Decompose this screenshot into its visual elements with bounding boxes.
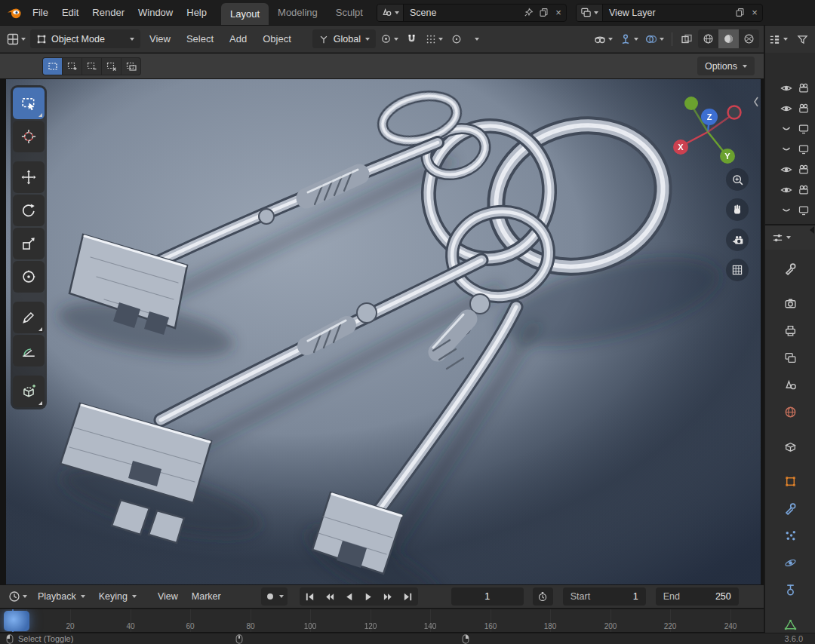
shading-solid-button[interactable] (718, 29, 739, 48)
disable-render-toggle camera-icon[interactable] (798, 164, 810, 176)
collapse-toggle chevron-down-icon[interactable] (780, 204, 792, 216)
start-frame-field[interactable]: Start 1 (563, 587, 646, 606)
properties-tab-modifiers[interactable] (774, 497, 806, 520)
timeline-ruler[interactable]: 20 40 60 80 100 120 140 160 180 200 220 … (0, 609, 764, 632)
tool-select-box[interactable] (13, 87, 45, 119)
properties-tab-scene[interactable] (774, 373, 806, 396)
panel-splitter[interactable] (810, 226, 814, 234)
collapse-toggle chevron-down-icon[interactable] (780, 143, 792, 155)
outliner-editor-icon[interactable] (769, 34, 780, 45)
hide-viewport-toggle eye-icon[interactable] (780, 184, 792, 196)
marker-menu[interactable]: Marker (186, 590, 226, 603)
playhead[interactable] (4, 611, 29, 631)
snap-settings-dropdown[interactable] (423, 29, 445, 48)
shading-wireframe-button[interactable] (698, 29, 718, 48)
mode-dropdown[interactable]: Object Mode (30, 29, 140, 48)
menu-help[interactable]: Help (180, 5, 214, 20)
properties-tab-output[interactable] (774, 319, 806, 342)
orthographic-toggle-button[interactable] (726, 259, 749, 281)
select-mode-subtract[interactable] (82, 58, 101, 75)
playback-menu[interactable]: Playback (32, 590, 91, 603)
previous-keyframe-button[interactable] (320, 588, 339, 605)
hide-viewport-toggle eye-icon[interactable] (780, 103, 792, 115)
jump-to-end-button[interactable] (398, 588, 417, 605)
duplicate-icon[interactable] (732, 5, 747, 21)
menu-edit[interactable]: Edit (55, 5, 85, 20)
tool-move[interactable] (13, 161, 45, 193)
show-overlays-dropdown[interactable] (643, 29, 666, 48)
properties-tab-collection[interactable] (774, 435, 806, 458)
properties-tab-constraints[interactable] (774, 578, 806, 601)
properties-tab-physics[interactable] (774, 551, 806, 574)
options-dropdown[interactable]: Options (697, 57, 755, 75)
xray-toggle[interactable] (678, 29, 696, 48)
properties-tab-render[interactable] (774, 292, 806, 314)
tool-transform[interactable] (13, 261, 45, 293)
view-layer-browse-button[interactable] (577, 5, 603, 21)
tool-rotate[interactable] (13, 195, 45, 226)
current-frame-field[interactable]: 1 (451, 587, 524, 606)
timeline-editor-type-button[interactable] (6, 587, 29, 606)
disable-viewport-toggle screen-icon[interactable] (798, 143, 810, 155)
blender-logo-icon[interactable] (5, 5, 24, 21)
timeline-view-menu[interactable]: View (152, 590, 183, 603)
play-reverse-button[interactable] (340, 588, 358, 605)
select-mode-intersect[interactable] (121, 58, 140, 75)
disable-viewport-toggle screen-icon[interactable] (798, 123, 810, 135)
camera-view-button[interactable] (726, 228, 749, 251)
hide-viewport-toggle eye-icon[interactable] (780, 164, 792, 176)
properties-editor-icon[interactable] (772, 232, 783, 244)
duplicate-icon[interactable] (536, 5, 551, 21)
editor-type-button[interactable] (5, 29, 28, 48)
menu-select[interactable]: Select (180, 32, 220, 46)
unlink-icon[interactable]: × (551, 5, 566, 21)
properties-tab-view-layer[interactable] (774, 346, 806, 369)
3d-scene[interactable] (6, 79, 761, 584)
pan-button[interactable] (726, 198, 749, 221)
record-icon[interactable] (265, 591, 275, 602)
chevron-down-icon[interactable] (279, 595, 284, 598)
navigation-gizmo[interactable]: Z X Y (666, 88, 750, 173)
disable-render-toggle camera-icon[interactable] (798, 184, 810, 196)
menu-render[interactable]: Render (85, 5, 131, 20)
play-button[interactable] (359, 588, 378, 605)
collapse-toggle chevron-down-icon[interactable] (780, 123, 792, 135)
filter-icon[interactable] (797, 34, 808, 45)
orientation-dropdown[interactable]: Global (312, 29, 376, 48)
end-frame-field[interactable]: End 250 (656, 587, 739, 606)
zoom-button[interactable] (726, 168, 749, 191)
pivot-point-dropdown[interactable] (378, 29, 401, 48)
tab-sculpt[interactable]: Sculpt (327, 0, 368, 25)
hide-viewport-toggle eye-icon[interactable] (780, 82, 792, 94)
menu-object[interactable]: Object (256, 32, 298, 46)
scene-name[interactable]: Scene (404, 8, 521, 18)
properties-tab-particles[interactable] (774, 524, 806, 547)
properties-tab-object[interactable] (774, 470, 806, 492)
tab-layout[interactable]: Layout (221, 3, 269, 25)
jump-to-start-button[interactable] (300, 588, 319, 605)
proportional-falloff-dropdown[interactable] (468, 29, 486, 48)
select-mode-new[interactable] (43, 58, 62, 75)
preview-range-toggle[interactable] (533, 587, 553, 606)
tool-cursor[interactable] (13, 121, 45, 152)
tool-add-cube[interactable] (13, 376, 45, 407)
shading-material-button[interactable] (739, 29, 759, 48)
pin-icon[interactable] (521, 5, 536, 21)
menu-view[interactable]: View (143, 32, 177, 46)
properties-tab-world[interactable] (774, 400, 806, 423)
disable-render-toggle camera-icon[interactable] (798, 103, 810, 115)
menu-window[interactable]: Window (131, 5, 180, 20)
view-layer-name[interactable]: View Layer (603, 8, 732, 18)
disable-render-toggle camera-icon[interactable] (798, 82, 810, 94)
remove-icon[interactable]: × (747, 5, 762, 21)
menu-add[interactable]: Add (223, 32, 254, 46)
scene-browse-button[interactable] (377, 5, 404, 21)
3d-viewport[interactable]: Z X Y (6, 79, 761, 584)
disable-viewport-toggle screen-icon[interactable] (798, 204, 810, 216)
tool-annotate[interactable] (13, 302, 45, 333)
gizmo-axis-y-neg[interactable] (684, 97, 698, 110)
show-gizmo-dropdown[interactable] (617, 29, 641, 48)
properties-tab-tool[interactable] (774, 257, 806, 280)
snap-toggle[interactable] (403, 29, 421, 48)
select-mode-invert[interactable] (102, 58, 121, 75)
